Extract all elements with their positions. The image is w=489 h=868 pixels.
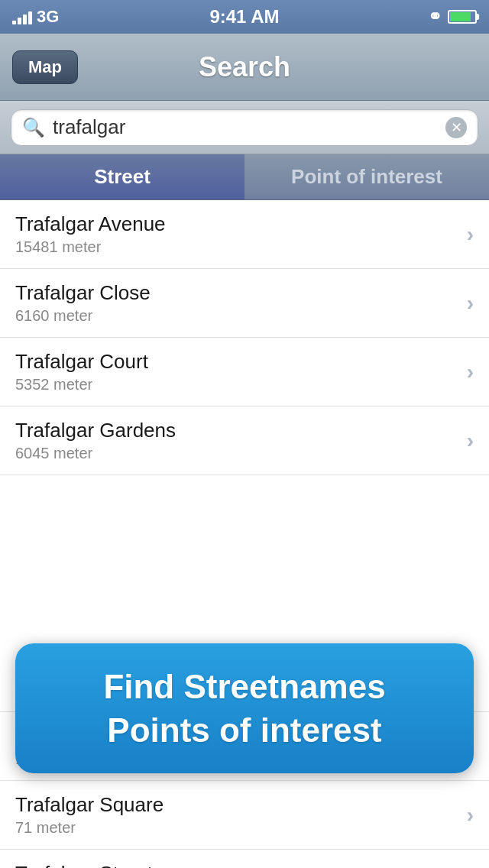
result-text: Trafalgar Street 3419 meter [15,862,153,868]
status-bar: 3G 9:41 AM ⚭ [0,0,489,34]
signal-bars [12,9,32,24]
battery-icon [448,10,477,24]
result-text: Trafalgar Square 71 meter [15,793,164,837]
result-text: Trafalgar Avenue 15481 meter [15,212,166,256]
signal-bar-3 [23,15,27,24]
signal-bar-4 [28,11,32,24]
search-bar-container: 🔍 ✕ [0,101,489,154]
promo-banner: Find Streetnames Points of interest [15,643,474,773]
battery-fill [450,12,471,21]
results-list: Trafalgar Avenue 15481 meter › Trafalgar… [0,200,489,868]
chevron-icon: › [467,803,474,828]
nav-title: Search [199,51,290,83]
result-item[interactable]: Trafalgar Court 5352 meter › [0,338,489,406]
result-text: Trafalgar Court 5352 meter [15,350,148,394]
result-item[interactable]: Trafalgar Avenue 15481 meter › [0,200,489,269]
result-item[interactable]: Trafalgar Gardens 6045 meter › [0,406,489,475]
status-time: 9:41 AM [209,6,279,28]
chevron-icon: › [467,291,474,316]
segment-street-button[interactable]: Street [0,154,244,199]
result-text: Trafalgar Close 6160 meter [15,281,151,325]
bluetooth-icon: ⚭ [428,7,442,27]
segment-control: Street Point of interest [0,154,489,200]
result-item[interactable]: Trafalgar Street 3419 meter › [0,850,489,868]
search-icon: 🔍 [22,117,45,138]
promo-line1: Find Streetnames [34,665,455,708]
status-left: 3G [12,7,59,27]
segment-poi-button[interactable]: Point of interest [244,154,489,199]
signal-bar-1 [12,21,16,24]
carrier-label: 3G [37,7,59,27]
nav-bar: Map Search [0,34,489,101]
clear-button[interactable]: ✕ [445,117,467,138]
promo-line2: Points of interest [34,708,455,752]
status-right: ⚭ [428,7,477,27]
chevron-icon: › [467,429,474,453]
search-input[interactable] [53,115,438,139]
search-input-wrapper: 🔍 ✕ [11,109,478,146]
result-item[interactable]: Trafalgar Close 6160 meter › [0,269,489,338]
chevron-icon: › [467,360,474,384]
chevron-icon: › [467,222,474,247]
map-button[interactable]: Map [12,50,78,84]
result-item[interactable]: Trafalgar Square 71 meter › [0,781,489,850]
promo-banner-text: Find Streetnames Points of interest [34,665,455,752]
signal-bar-2 [18,18,21,24]
result-text: Trafalgar Gardens 6045 meter [15,419,176,462]
